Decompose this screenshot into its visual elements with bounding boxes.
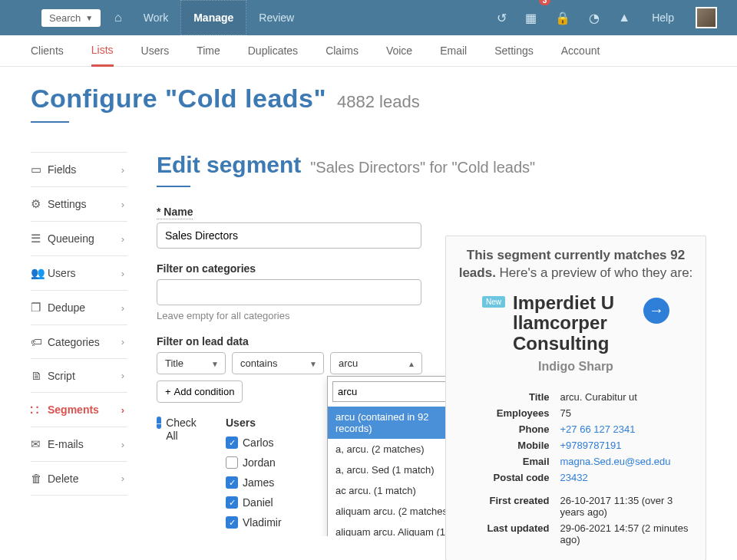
sidebar-item-categories[interactable]: 🏷 Categories › bbox=[31, 325, 127, 359]
chevron-right-icon: › bbox=[121, 370, 124, 381]
page-lead-count: 4882 leads bbox=[337, 92, 420, 111]
caret-down-icon: ▼ bbox=[211, 359, 219, 367]
calendar-icon[interactable]: ▦ 3 bbox=[516, 0, 546, 35]
preview-headline: This segment currently matches 92 leads.… bbox=[458, 247, 693, 282]
sidebar: ▭ Fields › ⚙ Settings › ☰ Queueing › 👥 U… bbox=[31, 152, 127, 536]
subnav: Clients Lists Users Time Duplicates Clai… bbox=[0, 35, 737, 67]
chevron-right-icon: › bbox=[121, 336, 124, 348]
filter-value-select[interactable]: arcu ▲ bbox=[330, 352, 422, 374]
segments-icon: ⸬ bbox=[31, 403, 48, 417]
minus-checkbox-icon: – bbox=[157, 417, 161, 429]
sidebar-item-script[interactable]: 🗎 Script › bbox=[31, 359, 127, 393]
chevron-right-icon: › bbox=[121, 473, 124, 484]
search-button[interactable]: Search ▼ bbox=[41, 9, 101, 27]
sidebar-item-segments[interactable]: ⸬ Segments › bbox=[31, 393, 127, 427]
k-email: Email bbox=[458, 453, 557, 469]
tab-account[interactable]: Account bbox=[561, 35, 600, 67]
next-lead-button[interactable]: → bbox=[643, 298, 669, 324]
clock-icon[interactable]: ◔ bbox=[580, 0, 609, 35]
sidebar-item-queueing[interactable]: ☰ Queueing › bbox=[31, 222, 127, 256]
tab-time[interactable]: Time bbox=[197, 35, 220, 67]
user-name: Daniel bbox=[243, 496, 273, 509]
caret-down-icon: ▼ bbox=[309, 359, 317, 367]
chevron-right-icon: › bbox=[121, 199, 124, 210]
page-title: Configure "Cold leads" bbox=[31, 84, 326, 113]
tab-lists[interactable]: Lists bbox=[91, 35, 114, 67]
preview-company: Imperdiet U llamcorper Consulting bbox=[513, 293, 636, 354]
sidebar-label: Categories bbox=[48, 336, 121, 348]
tab-claims[interactable]: Claims bbox=[326, 35, 359, 67]
filter-categories-input[interactable] bbox=[157, 279, 421, 305]
v-email[interactable]: magna.Sed.eu@sed.edu bbox=[560, 456, 671, 467]
k-phone: Phone bbox=[458, 421, 557, 437]
check-all[interactable]: – Check All bbox=[157, 417, 195, 443]
tab-duplicates[interactable]: Duplicates bbox=[248, 35, 298, 67]
k-mobile: Mobile bbox=[458, 437, 557, 453]
warning-icon[interactable]: ▲ bbox=[609, 0, 640, 35]
user-row[interactable]: ✓Vladimir bbox=[226, 516, 310, 529]
filter-field-value: Title bbox=[165, 357, 183, 369]
avatar[interactable] bbox=[686, 0, 726, 35]
sidebar-item-dedupe[interactable]: ❐ Dedupe › bbox=[31, 291, 127, 325]
preview-details: Titlearcu. Curabitur ut Employees75 Phon… bbox=[458, 389, 693, 536]
topbar: Search ▼ ⌂ Work Manage Review ↺ ▦ 3 🔒 ◔ … bbox=[0, 0, 737, 35]
nav-help[interactable]: Help bbox=[640, 0, 686, 35]
v-mobile[interactable]: +9789787191 bbox=[560, 440, 622, 451]
tab-clients[interactable]: Clients bbox=[31, 35, 64, 67]
segment-subheading: "Sales Directors" for "Cold leads" bbox=[310, 159, 535, 176]
nav-work[interactable]: Work bbox=[131, 0, 180, 35]
tab-settings[interactable]: Settings bbox=[494, 35, 534, 67]
caret-up-icon: ▲ bbox=[408, 359, 415, 367]
filter-value-value: arcu bbox=[339, 357, 358, 369]
preview-contact: Indigo Sharp bbox=[458, 360, 693, 374]
filter-operator-select[interactable]: contains ▼ bbox=[232, 352, 324, 374]
sidebar-item-emails[interactable]: ✉ E-mails › bbox=[31, 427, 127, 462]
sidebar-item-settings[interactable]: ⚙ Settings › bbox=[31, 187, 127, 222]
search-label: Search bbox=[49, 12, 81, 24]
mail-icon: ✉ bbox=[31, 437, 48, 451]
user-name: Carlos bbox=[243, 436, 273, 449]
v-postal[interactable]: 23432 bbox=[560, 472, 588, 483]
sidebar-label: Fields bbox=[48, 163, 121, 176]
home-icon[interactable]: ⌂ bbox=[105, 0, 131, 35]
caret-down-icon: ▼ bbox=[85, 14, 93, 22]
history-icon[interactable]: ↺ bbox=[487, 0, 516, 35]
k-updated: Last updated bbox=[458, 520, 557, 536]
sidebar-label: Dedupe bbox=[48, 301, 121, 314]
name-input[interactable] bbox=[157, 222, 421, 249]
filter-field-select[interactable]: Title ▼ bbox=[157, 352, 226, 374]
calendar-glyph: ▦ bbox=[525, 11, 537, 25]
user-row[interactable]: ✓Carlos bbox=[226, 436, 310, 449]
add-condition-label: Add condition bbox=[174, 386, 235, 397]
list-icon: ☰ bbox=[31, 232, 48, 245]
gear-icon: ⚙ bbox=[31, 197, 48, 211]
chevron-right-icon: › bbox=[121, 268, 124, 279]
tab-users[interactable]: Users bbox=[141, 35, 170, 67]
tab-voice[interactable]: Voice bbox=[386, 35, 412, 67]
page-header: Configure "Cold leads" 4882 leads bbox=[0, 67, 737, 130]
trash-icon: 🗑 bbox=[31, 472, 48, 485]
sidebar-item-delete[interactable]: 🗑 Delete › bbox=[31, 462, 127, 496]
tags-icon: 🏷 bbox=[31, 335, 48, 348]
nav-review[interactable]: Review bbox=[246, 0, 306, 35]
tab-email[interactable]: Email bbox=[440, 35, 467, 67]
user-row[interactable]: Jordan bbox=[226, 456, 310, 469]
chevron-right-icon: › bbox=[121, 233, 124, 245]
sidebar-label: Delete bbox=[48, 473, 121, 485]
v-phone[interactable]: +27 66 127 2341 bbox=[560, 423, 636, 435]
check-all-label: Check All bbox=[166, 417, 197, 443]
lock-icon[interactable]: 🔒 bbox=[546, 0, 580, 35]
user-name: Jordan bbox=[243, 456, 276, 469]
chevron-right-icon: › bbox=[121, 439, 124, 450]
file-icon: 🗎 bbox=[31, 369, 48, 382]
card-icon: ▭ bbox=[31, 163, 48, 176]
sidebar-item-users[interactable]: 👥 Users › bbox=[31, 256, 127, 291]
add-condition-button[interactable]: + Add condition bbox=[157, 380, 243, 403]
k-employees: Employees bbox=[458, 405, 557, 421]
sidebar-item-fields[interactable]: ▭ Fields › bbox=[31, 153, 127, 187]
chevron-right-icon: › bbox=[121, 164, 124, 176]
nav-manage[interactable]: Manage bbox=[180, 0, 246, 35]
sidebar-label: Queueing bbox=[48, 232, 121, 245]
user-row[interactable]: ✓Daniel bbox=[226, 496, 310, 509]
user-row[interactable]: ✓James bbox=[226, 476, 310, 489]
